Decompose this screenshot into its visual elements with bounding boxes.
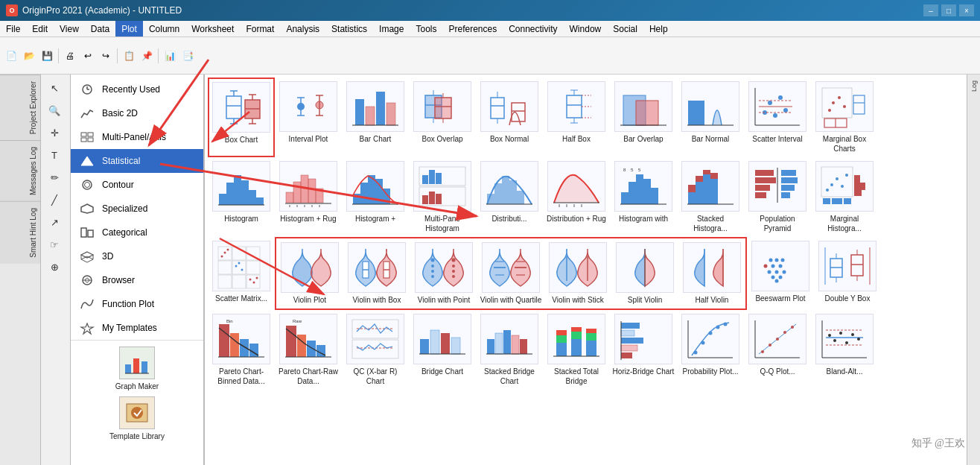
- menu-data[interactable]: Data: [85, 21, 115, 37]
- menu-function-plot[interactable]: Function Plot: [71, 292, 203, 316]
- new-button[interactable]: 📄: [3, 48, 19, 64]
- pan-tool[interactable]: ✛: [42, 122, 66, 143]
- chart-multi-pane-hist[interactable]: Multi-Pane Histogram: [409, 157, 476, 237]
- chart-beeswarm[interactable]: Beeswarm Plot: [747, 237, 814, 310]
- menu-statistics[interactable]: Statistics: [325, 21, 373, 37]
- chart-box-chart[interactable]: Box Chart: [208, 78, 275, 157]
- chart-bar-overlap[interactable]: Bar Overlap: [610, 78, 677, 157]
- chart-interval-plot[interactable]: Interval Plot: [275, 78, 342, 157]
- chart-histogram-plus[interactable]: Histogram +: [342, 157, 409, 237]
- menu-window[interactable]: Window: [564, 21, 608, 37]
- menu-file[interactable]: File: [0, 21, 26, 37]
- menu-image[interactable]: Image: [373, 21, 410, 37]
- select-tool[interactable]: ↖: [42, 78, 66, 98]
- chart-distribution[interactable]: Distributi...: [476, 157, 543, 237]
- chart-stacked-histogra[interactable]: Stacked Histogra...: [677, 157, 744, 237]
- chart-horiz-bridge[interactable]: Horiz-Bridge Chart: [610, 310, 677, 390]
- chart-histogram-rug[interactable]: Histogram + Rug: [275, 157, 342, 237]
- menu-basic-2d[interactable]: Basic 2D: [71, 101, 203, 125]
- chart-marginal-histogra[interactable]: Marginal Histogra...: [811, 157, 878, 237]
- zoom-tool[interactable]: 🔍: [42, 100, 66, 121]
- menu-help[interactable]: Help: [643, 21, 674, 37]
- chart-half-box[interactable]: Half Box: [543, 78, 610, 157]
- chart-histogram[interactable]: Histogram: [208, 157, 275, 237]
- undo-button[interactable]: ↩: [80, 48, 96, 64]
- chart-violin-plot[interactable]: Violin Plot: [276, 238, 343, 309]
- menu-statistical[interactable]: Statistical: [71, 149, 203, 173]
- paste-button[interactable]: 📌: [139, 48, 155, 64]
- menu-analysis[interactable]: Analysis: [280, 21, 325, 37]
- draw-tool[interactable]: ✏: [42, 167, 66, 188]
- chart-bridge[interactable]: Bridge Chart: [409, 310, 476, 390]
- chart-stacked-bridge[interactable]: Stacked Bridge Chart: [476, 310, 543, 390]
- chart-marginal-box[interactable]: Marginal Box Charts: [811, 78, 878, 157]
- side-tab-smart-hint[interactable]: Smart Hint Log: [0, 201, 40, 264]
- chart-violin-stick[interactable]: Violin with Stick: [544, 238, 611, 309]
- chart-violin-box[interactable]: Violin with Box: [343, 238, 410, 309]
- svg-point-231: [779, 265, 783, 268]
- chart-box-overlap[interactable]: Box Overlap: [409, 78, 476, 157]
- menu-format[interactable]: Format: [240, 21, 280, 37]
- hand-tool[interactable]: ☞: [42, 234, 66, 255]
- chart-qq-plot[interactable]: Q-Q Plot...: [744, 310, 811, 390]
- open-button[interactable]: 📂: [21, 48, 37, 64]
- side-tab-project-explorer[interactable]: Project Explorer: [0, 75, 40, 140]
- menu-3d[interactable]: 3D: [71, 244, 203, 268]
- chart-split-violin[interactable]: Split Violin: [611, 238, 678, 309]
- chart-probability[interactable]: Probability Plot...: [677, 310, 744, 390]
- minimize-button[interactable]: –: [923, 4, 938, 16]
- chart-histogram-with[interactable]: 8 5 5 Histogram with: [610, 157, 677, 237]
- save-button[interactable]: 💾: [39, 48, 55, 64]
- chart-half-violin[interactable]: Half Violin: [678, 238, 745, 309]
- menu-specialized[interactable]: Specialized: [71, 197, 203, 221]
- menu-my-templates[interactable]: My Templates: [71, 316, 203, 340]
- box-overlap-thumb: [413, 81, 471, 132]
- menu-tools[interactable]: Tools: [410, 21, 442, 37]
- close-button[interactable]: ×: [959, 4, 974, 16]
- chart-scatter-interval[interactable]: Scatter Interval: [744, 78, 811, 157]
- side-tab-messages-log[interactable]: Messages Log: [0, 140, 40, 201]
- text-tool[interactable]: T: [42, 145, 66, 165]
- chart-bar-normal[interactable]: Bar Normal: [677, 78, 744, 157]
- copy-button[interactable]: 📋: [121, 48, 137, 64]
- chart-bar-chart[interactable]: Bar Chart: [342, 78, 409, 157]
- chart-pareto-raw[interactable]: Raw Pareto Chart-Raw Data...: [275, 310, 342, 390]
- chart-double-y-box[interactable]: Double Y Box: [814, 237, 881, 310]
- menu-plot[interactable]: Plot: [115, 21, 143, 37]
- menu-preferences[interactable]: Preferences: [442, 21, 503, 37]
- menu-column[interactable]: Column: [143, 21, 185, 37]
- chart-violin-point[interactable]: Violin with Point: [410, 238, 477, 309]
- data-tool[interactable]: ⊕: [42, 256, 66, 277]
- chart-qc-xbar[interactable]: QC (X-bar R) Chart: [342, 310, 409, 390]
- menu-social[interactable]: Social: [607, 21, 643, 37]
- arrow-tool[interactable]: ↗: [42, 212, 66, 232]
- menu-multi-panel[interactable]: Multi-Panel/Axis: [71, 125, 203, 149]
- menu-browser[interactable]: Browser: [71, 268, 203, 292]
- chart-scatter-matrix[interactable]: Scatter Matrix...: [208, 237, 275, 310]
- redo-button[interactable]: ↪: [98, 48, 114, 64]
- log-tab[interactable]: Log: [969, 78, 979, 95]
- print-button[interactable]: 🖨: [62, 48, 78, 64]
- menu-recently-used[interactable]: Recently Used: [71, 78, 203, 101]
- chart-bland-alt[interactable]: Bland-Alt...: [811, 310, 878, 390]
- chart-pareto-binned[interactable]: Bin Pareto Chart-Binned Data...: [208, 310, 275, 390]
- graph-maker-item[interactable]: Graph Maker: [77, 347, 197, 390]
- chart-box-normal[interactable]: Box Normal: [476, 78, 543, 157]
- svg-rect-131: [429, 192, 435, 204]
- menu-edit[interactable]: Edit: [26, 21, 54, 37]
- menu-contour[interactable]: Contour: [71, 173, 203, 197]
- chart-violin-quartile[interactable]: Violin with Quartile: [477, 238, 544, 309]
- marginal-box-label: Marginal Box Charts: [813, 134, 876, 154]
- menu-connectivity[interactable]: Connectivity: [503, 21, 563, 37]
- table-button[interactable]: 📑: [179, 48, 196, 64]
- menu-categorical[interactable]: Categorical: [71, 221, 203, 244]
- maximize-button[interactable]: □: [941, 4, 956, 16]
- chart-population-pyramid[interactable]: Population Pyramid: [744, 157, 811, 237]
- menu-view[interactable]: View: [54, 21, 85, 37]
- graph-button[interactable]: 📊: [162, 48, 178, 64]
- menu-worksheet[interactable]: Worksheet: [185, 21, 240, 37]
- line-tool[interactable]: ╱: [42, 189, 66, 210]
- chart-stacked-total[interactable]: Stacked Total Bridge: [543, 310, 610, 390]
- chart-distribution-rug[interactable]: Distribution + Rug: [543, 157, 610, 237]
- template-library-item[interactable]: Template Library: [77, 396, 197, 440]
